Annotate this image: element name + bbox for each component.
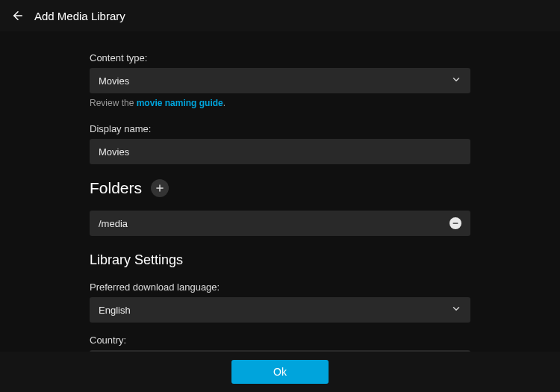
country-field: Country: United States — [90, 335, 470, 352]
ok-button[interactable]: Ok — [231, 360, 329, 384]
folder-path: /media — [99, 218, 128, 229]
helper-suffix: . — [223, 98, 225, 108]
page-header: Add Media Library — [0, 0, 560, 31]
content-type-field: Content type: Movies Review the movie na… — [90, 52, 470, 108]
footer: Ok — [0, 352, 560, 392]
library-settings-title: Library Settings — [90, 252, 470, 268]
helper-prefix: Review the — [90, 98, 137, 108]
display-name-label: Display name: — [90, 123, 470, 134]
content-area: Content type: Movies Review the movie na… — [0, 31, 560, 352]
display-name-input[interactable] — [90, 139, 470, 164]
page-title: Add Media Library — [34, 10, 125, 22]
country-label: Country: — [90, 335, 470, 346]
remove-folder-button[interactable] — [449, 217, 461, 229]
naming-guide-link[interactable]: movie naming guide — [137, 98, 223, 108]
language-select[interactable]: English — [90, 297, 470, 323]
folders-header: Folders — [90, 179, 470, 197]
content-type-helper: Review the movie naming guide. — [90, 98, 470, 108]
minus-icon — [452, 220, 459, 227]
arrow-left-icon — [11, 9, 25, 22]
content-type-select[interactable]: Movies — [90, 68, 470, 93]
back-button[interactable] — [10, 8, 25, 23]
add-folder-button[interactable] — [151, 179, 169, 197]
folders-title: Folders — [90, 179, 142, 197]
language-field: Preferred download language: English — [90, 281, 470, 323]
plus-icon — [155, 183, 165, 193]
language-label: Preferred download language: — [90, 281, 470, 293]
display-name-field: Display name: — [90, 123, 470, 164]
content-type-label: Content type: — [90, 52, 470, 63]
folder-item[interactable]: /media — [90, 211, 470, 236]
content-type-select-wrap: Movies — [90, 68, 470, 93]
language-select-wrap: English — [90, 297, 470, 323]
